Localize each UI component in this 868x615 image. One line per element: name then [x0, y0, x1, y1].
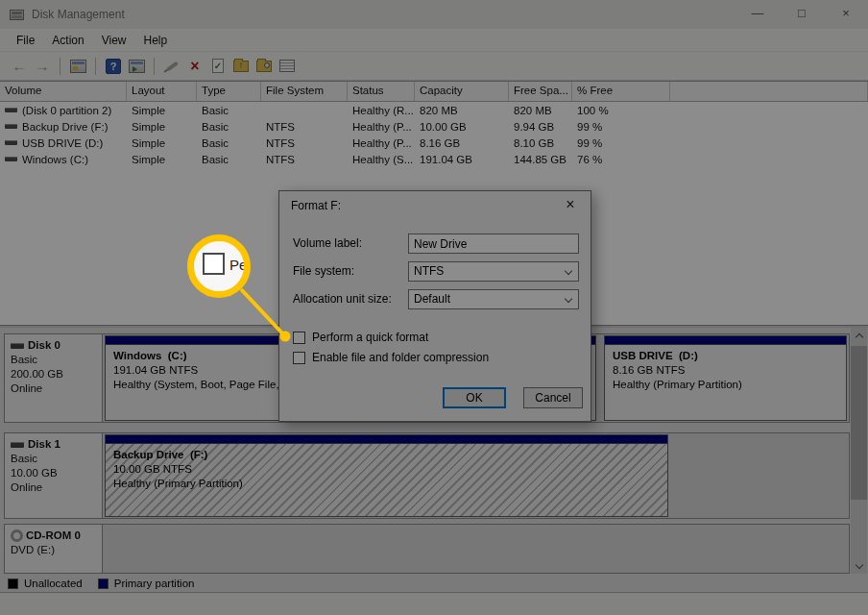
vertical-scrollbar[interactable] — [851, 328, 867, 574]
console-window-icon[interactable] — [125, 55, 148, 78]
window-controls: — □ × — [735, 0, 868, 29]
maximize-button[interactable]: □ — [780, 0, 824, 29]
menu-view[interactable]: View — [93, 31, 135, 50]
unallocated-swatch — [8, 578, 18, 589]
column-header-status[interactable]: Status — [348, 82, 415, 101]
disk1-partitions: Backup Drive (F:) 10.00 GB NTFS Healthy … — [103, 433, 849, 518]
quick-format-label: Perform a quick format — [312, 331, 428, 344]
menu-bar: File Action View Help — [0, 29, 868, 52]
menu-action[interactable]: Action — [43, 31, 92, 50]
column-header-pct-free[interactable]: % Free — [572, 82, 670, 101]
toolbar-separator — [60, 58, 60, 75]
disk-icon — [11, 343, 24, 349]
legend: Unallocated Primary partition — [0, 575, 868, 592]
folder-search-icon[interactable] — [253, 55, 276, 78]
cd-icon — [11, 529, 23, 542]
disk-management-window: Disk Management — □ × File Action View H… — [0, 0, 868, 615]
disk-icon — [11, 442, 24, 448]
scroll-down-icon[interactable] — [851, 557, 867, 574]
console-tree-icon[interactable] — [66, 55, 89, 78]
dialog-title: Format F: — [279, 191, 591, 220]
volume-label-input[interactable] — [408, 234, 579, 254]
quick-format-row: Perform a quick format — [293, 331, 428, 344]
table-row[interactable]: USB DRIVE (D:) Simple Basic NTFS Healthy… — [0, 135, 868, 151]
column-header-file-system[interactable]: File System — [261, 82, 348, 101]
disk1-row: Disk 1 Basic 10.00 GB Online Backup Driv… — [4, 432, 850, 519]
disk-management-screenshot: Disk Management — □ × File Action View H… — [0, 0, 868, 615]
ok-button[interactable]: OK — [443, 387, 506, 408]
disk0-label[interactable]: Disk 0 Basic 200.00 GB Online — [5, 334, 103, 422]
status-bar — [0, 592, 868, 615]
file-system-select[interactable]: NTFS — [408, 261, 579, 282]
cdrom-label[interactable]: CD-ROM 0 DVD (E:) — [5, 525, 103, 573]
table-row[interactable]: Backup Drive (F:) Simple Basic NTFS Heal… — [0, 118, 868, 135]
scroll-up-icon[interactable] — [851, 328, 867, 344]
cdrom-row: CD-ROM 0 DVD (E:) — [4, 524, 850, 574]
help-icon[interactable]: ? — [102, 55, 125, 78]
back-icon[interactable]: ← — [8, 55, 31, 78]
menu-file[interactable]: File — [8, 31, 43, 50]
minimize-button[interactable]: — — [735, 0, 780, 29]
window-title: Disk Management — [32, 8, 125, 21]
column-header-capacity[interactable]: Capacity — [415, 82, 509, 101]
allocation-unit-label: Allocation unit size: — [293, 289, 392, 309]
legend-primary-label: Primary partition — [114, 578, 195, 589]
scrollbar-thumb[interactable] — [851, 346, 867, 500]
chevron-down-icon — [565, 267, 572, 275]
column-header-free-space[interactable]: Free Spa... — [509, 82, 572, 101]
volume-icon — [5, 124, 17, 129]
partition-backup-f[interactable]: Backup Drive (F:) 10.00 GB NTFS Healthy … — [105, 434, 668, 517]
check-document-icon[interactable]: ✓ — [206, 55, 229, 78]
compression-row: Enable file and folder compression — [293, 351, 489, 364]
column-header-volume[interactable]: Volume — [0, 82, 127, 101]
volume-icon — [5, 108, 17, 112]
format-dialog: Format F: × Volume label: File system: N… — [278, 190, 591, 422]
allocation-unit-select[interactable]: Default — [408, 289, 579, 309]
close-button[interactable]: × — [824, 0, 868, 29]
table-row[interactable]: Windows (C:) Simple Basic NTFS Healthy (… — [0, 151, 868, 167]
compression-checkbox[interactable] — [293, 352, 305, 364]
disk-management-app-icon — [10, 10, 24, 20]
disk1-label[interactable]: Disk 1 Basic 10.00 GB Online — [5, 433, 103, 518]
properties-list-icon[interactable] — [276, 55, 299, 78]
delete-icon[interactable]: × — [183, 55, 206, 78]
cdrom-media-area — [103, 525, 849, 573]
cancel-button[interactable]: Cancel — [523, 387, 583, 408]
table-row[interactable]: (Disk 0 partition 2) Simple Basic Health… — [0, 102, 868, 118]
volume-icon — [5, 140, 17, 145]
column-header-type[interactable]: Type — [197, 82, 261, 101]
column-header-filler — [670, 82, 868, 101]
compression-label: Enable file and folder compression — [312, 351, 489, 364]
menu-help[interactable]: Help — [135, 31, 177, 50]
primary-partition-bar — [106, 435, 667, 444]
volume-list-header: Volume Layout Type File System Status Ca… — [0, 82, 868, 102]
forward-icon[interactable]: → — [31, 55, 54, 78]
toolbar: ← → ? × ✓ ↑ — [0, 52, 868, 81]
quick-format-checkbox[interactable] — [293, 332, 305, 344]
tool-icon[interactable] — [160, 55, 183, 78]
toolbar-separator — [95, 58, 96, 75]
primary-partition-bar — [605, 336, 846, 345]
title-bar: Disk Management — □ × — [0, 0, 868, 29]
chevron-down-icon — [565, 295, 572, 303]
partition-usb-d[interactable]: USB DRIVE (D:) 8.16 GB NTFS Healthy (Pri… — [604, 335, 847, 421]
legend-unallocated-label: Unallocated — [24, 578, 83, 589]
column-header-layout[interactable]: Layout — [127, 82, 197, 101]
toolbar-separator — [154, 58, 155, 75]
volume-icon — [5, 157, 17, 161]
folder-up-icon[interactable]: ↑ — [229, 55, 253, 78]
file-system-label: File system: — [293, 261, 354, 282]
dialog-close-icon[interactable]: × — [550, 191, 591, 220]
volume-label-label: Volume label: — [293, 234, 362, 254]
primary-partition-swatch — [98, 578, 108, 589]
